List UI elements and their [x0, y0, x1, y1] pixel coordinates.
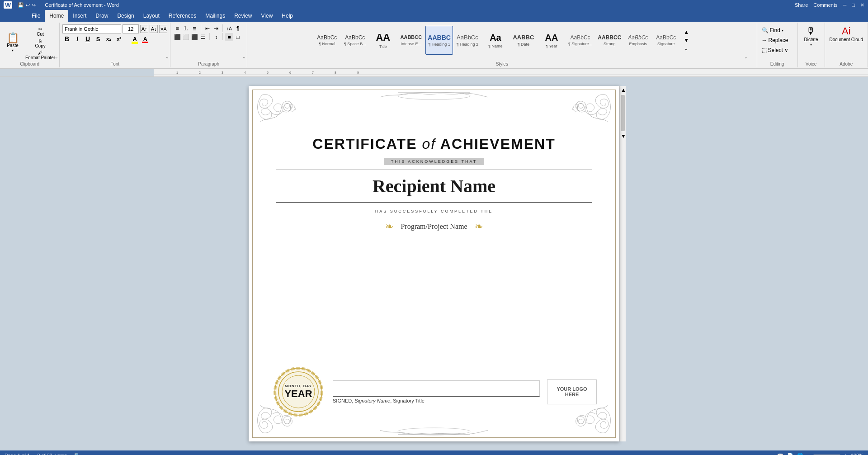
style-normal[interactable]: AaBbCc ¶ Normal: [313, 26, 340, 55]
scroll-up-button[interactable]: ▲: [620, 86, 626, 94]
cert-title-italic: of: [422, 136, 436, 152]
tab-mailings[interactable]: Mailings: [201, 10, 230, 22]
cert-hr1: [276, 170, 592, 170]
strikethrough-button[interactable]: S: [94, 34, 103, 43]
proofing-icon: 🔍: [74, 453, 80, 455]
font-expand-icon[interactable]: ⌄: [165, 55, 169, 59]
align-right-button[interactable]: ⬛: [190, 33, 198, 41]
font-shrink-button[interactable]: A↓: [150, 25, 158, 33]
format-painter-button[interactable]: 🖌 Format Painter: [24, 50, 57, 61]
style-signature2[interactable]: AaBbCc Signature: [652, 26, 679, 55]
minimize-button[interactable]: ─: [843, 2, 847, 8]
style-strong[interactable]: AABBCC Strong: [595, 26, 623, 55]
zoom-out-button[interactable]: −: [807, 453, 810, 455]
tab-layout[interactable]: Layout: [139, 10, 164, 22]
tab-design[interactable]: Design: [113, 10, 138, 22]
tab-view[interactable]: View: [257, 10, 278, 22]
styles-scroll-down[interactable]: ▼: [682, 36, 690, 44]
style-title[interactable]: AA Title: [369, 26, 396, 55]
style-heading1[interactable]: AABBC ¶ Heading 1: [425, 26, 453, 55]
tab-review[interactable]: Review: [230, 10, 256, 22]
tab-file[interactable]: File: [27, 10, 45, 22]
style-intense-emphasis[interactable]: AABBCC Intense E...: [397, 26, 425, 55]
maximize-button[interactable]: □: [852, 2, 855, 8]
zoom-level[interactable]: 100%: [851, 453, 863, 455]
style-year[interactable]: AA ¶ Year: [538, 26, 565, 55]
cert-program-name[interactable]: Program/Project Name: [401, 223, 467, 231]
style-signature[interactable]: AaBbCc ¶ Signature...: [566, 26, 594, 55]
quick-access-save[interactable]: 💾: [18, 2, 24, 8]
bold-button[interactable]: B: [62, 34, 71, 43]
scroll-down-button[interactable]: ▼: [620, 132, 626, 140]
cut-icon: ✂: [38, 27, 42, 32]
view-web-button[interactable]: 🌐: [797, 453, 803, 455]
show-marks-button[interactable]: ¶: [234, 24, 242, 33]
tab-draw[interactable]: Draw: [91, 10, 113, 22]
line-spacing-button[interactable]: ↕: [212, 33, 220, 41]
copy-button[interactable]: ⎘ Copy: [24, 38, 57, 49]
scroll-thumb[interactable]: [621, 95, 625, 131]
voice-section: 🎙 Dictate ▾ Voice: [798, 23, 825, 67]
clipboard-section: 📋 Paste ▾ ✂ Cut ⎘ Copy 🖌 Format Painter: [0, 23, 60, 67]
cert-logo-line2: HERE: [565, 392, 579, 397]
borders-button[interactable]: □: [234, 33, 242, 41]
dictate-button[interactable]: 🎙 Dictate ▾: [802, 24, 820, 47]
tab-references[interactable]: References: [164, 10, 201, 22]
tab-home[interactable]: Home: [45, 10, 68, 22]
subscript-button[interactable]: x₂: [104, 34, 113, 43]
style-space-before[interactable]: AaBbCc ¶ Space B...: [341, 26, 368, 55]
replace-icon: ↔: [762, 37, 767, 43]
clear-format-button[interactable]: ✕A: [159, 25, 167, 33]
close-button[interactable]: ✕: [860, 2, 864, 8]
style-name[interactable]: Aa ¶ Name: [482, 26, 509, 55]
share-button[interactable]: Share: [795, 2, 808, 8]
align-center-button[interactable]: ⬜: [182, 33, 190, 41]
find-button[interactable]: 🔍 Find ▾: [760, 26, 795, 34]
replace-button[interactable]: ↔ Replace: [760, 36, 795, 44]
align-left-button[interactable]: ⬛: [173, 33, 181, 41]
multilevel-button[interactable]: ≣: [190, 24, 198, 33]
cert-hr2: [276, 202, 592, 203]
tab-help[interactable]: Help: [277, 10, 297, 22]
decrease-indent-button[interactable]: ⇤: [203, 24, 212, 33]
justify-button[interactable]: ☰: [199, 33, 207, 41]
superscript-button[interactable]: x²: [114, 34, 123, 43]
increase-indent-button[interactable]: ⇥: [212, 24, 220, 33]
document-cloud-button[interactable]: Ai Document Cloud: [828, 24, 865, 43]
comments-button[interactable]: Comments: [813, 2, 837, 8]
styles-expand[interactable]: ⌄: [682, 44, 690, 52]
italic-button[interactable]: I: [73, 34, 82, 43]
font-name-input[interactable]: [62, 24, 121, 33]
style-heading2[interactable]: AaBbCc ¶ Heading 2: [454, 26, 481, 55]
styles-expand-icon[interactable]: ⌄: [744, 55, 748, 59]
zoom-in-button[interactable]: +: [844, 453, 847, 455]
title-bar: W 💾 ↩ ↪ Certificate of Achievement - Wor…: [0, 0, 868, 10]
quick-access-undo[interactable]: ↩: [26, 2, 30, 8]
style-date[interactable]: AABBC ¶ Date: [510, 26, 537, 55]
cert-logo-box[interactable]: YOUR LOGO HERE: [547, 379, 597, 404]
bullets-button[interactable]: ≡: [173, 24, 181, 33]
cert-title-text1: CERTIFICATE: [312, 136, 422, 152]
quick-access-redo[interactable]: ↪: [32, 2, 36, 8]
clipboard-expand-icon[interactable]: ⌄: [55, 55, 58, 59]
style-emphasis[interactable]: AaBbCc Emphasis: [624, 26, 651, 55]
font-size-input[interactable]: [123, 24, 139, 33]
view-read-button[interactable]: 📖: [777, 453, 783, 455]
numbering-button[interactable]: 1.: [182, 24, 190, 33]
cut-button[interactable]: ✂ Cut: [24, 26, 57, 37]
underline-button[interactable]: U: [83, 34, 92, 43]
svg-text:3: 3: [222, 71, 223, 74]
tab-insert[interactable]: Insert: [68, 10, 91, 22]
paste-button[interactable]: 📋 Paste ▾: [3, 32, 23, 53]
font-grow-button[interactable]: A↑: [140, 25, 148, 33]
cert-recipient[interactable]: Recipient Name: [373, 175, 495, 197]
sort-button[interactable]: ↕A: [225, 24, 233, 33]
view-layout-button[interactable]: 📄: [787, 453, 793, 455]
select-button[interactable]: ⬚ Select ∨: [760, 46, 795, 54]
text-highlight-button[interactable]: A: [130, 34, 139, 43]
para-expand-icon[interactable]: ⌄: [242, 55, 246, 59]
font-color-button[interactable]: A: [141, 34, 150, 43]
shading-button[interactable]: ■: [225, 33, 233, 41]
styles-scroll-up[interactable]: ▲: [682, 28, 690, 36]
vertical-scrollbar[interactable]: ▲ ▼: [619, 86, 626, 441]
